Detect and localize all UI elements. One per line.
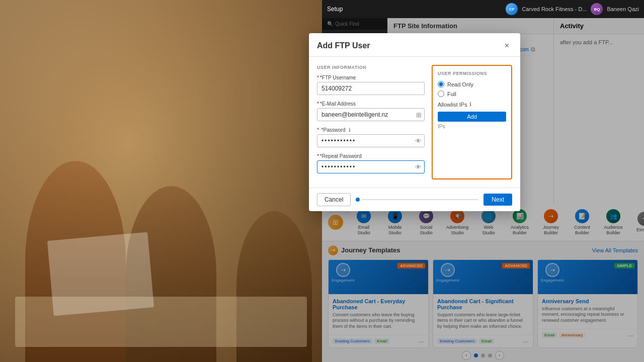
add-ip-button[interactable]: Add: [438, 112, 506, 122]
setup-label: Setup: [327, 6, 343, 13]
user-info-label: USER INFORMATION: [317, 65, 425, 70]
repeat-password-input-wrapper: 👁: [317, 160, 425, 173]
cancel-button[interactable]: Cancel: [317, 193, 351, 206]
top-nav-brand: Carved Rock Fitness - D...: [522, 6, 587, 12]
top-nav-avatar: CF: [506, 3, 518, 15]
permissions-label: USER PERMISSIONS: [438, 71, 506, 76]
password-info-icon: ℹ: [349, 127, 351, 133]
modal-body: USER INFORMATION *FTP Username *E-Mail A…: [309, 57, 520, 188]
background-photo: [0, 0, 322, 362]
read-only-radio[interactable]: [438, 81, 444, 87]
ips-label: IPs: [438, 124, 506, 129]
ftp-username-input[interactable]: [317, 82, 425, 95]
right-panel: Setup CF Carved Rock Fitness - D... BQ B…: [322, 0, 644, 362]
progress-dot-1: [356, 198, 360, 202]
password-input[interactable]: [317, 134, 425, 147]
top-nav-user-avatar: BQ: [591, 3, 603, 15]
next-button[interactable]: Next: [484, 194, 512, 206]
password-input-wrapper: 👁: [317, 134, 425, 147]
repeat-password-toggle-icon[interactable]: 👁: [415, 163, 422, 171]
full-radio-group: Full: [438, 90, 506, 97]
modal-title: Add FTP User: [317, 41, 370, 50]
email-group: *E-Mail Address ⊞: [317, 101, 425, 121]
modal-close-button[interactable]: ×: [502, 40, 512, 51]
modal-overlay: Add FTP User × USER INFORMATION *FTP Use…: [322, 18, 644, 362]
read-only-radio-group: Read Only: [438, 81, 506, 87]
allowlist-info-icon: ℹ: [469, 101, 471, 108]
modal-footer: Cancel Next: [309, 188, 520, 211]
setup-top-nav: Setup CF Carved Rock Fitness - D... BQ B…: [322, 0, 644, 18]
ftp-username-group: *FTP Username: [317, 75, 425, 95]
allowlist-ips-label: Allowlist IPs: [438, 102, 467, 108]
user-info-section: USER INFORMATION *FTP Username *E-Mail A…: [317, 65, 425, 179]
email-label: *E-Mail Address: [317, 101, 425, 107]
add-ftp-user-modal: Add FTP User × USER INFORMATION *FTP Use…: [309, 33, 520, 211]
repeat-password-label: *Repeat Password: [317, 153, 425, 159]
email-icon: ⊞: [416, 111, 422, 119]
password-toggle-icon[interactable]: 👁: [415, 137, 422, 145]
full-label: Full: [447, 91, 456, 97]
progress-line: [362, 199, 478, 200]
user-permissions-section: USER PERMISSIONS Read Only Full Allowlis…: [432, 65, 512, 179]
modal-header: Add FTP User ×: [309, 33, 520, 57]
email-input-wrapper: ⊞: [317, 108, 425, 121]
repeat-password-input[interactable]: [317, 160, 425, 173]
allowlist-row: Allowlist IPs ℹ: [438, 101, 506, 108]
password-group: *Password ℹ 👁: [317, 127, 425, 147]
repeat-password-group: *Repeat Password 👁: [317, 153, 425, 173]
full-radio[interactable]: [438, 90, 444, 97]
email-input[interactable]: [317, 108, 425, 121]
password-label: *Password ℹ: [317, 127, 425, 133]
read-only-label: Read Only: [447, 81, 473, 87]
progress-indicator: [356, 198, 478, 202]
ftp-username-label: *FTP Username: [317, 75, 425, 80]
top-nav-user: Baneen Qazi: [607, 6, 639, 12]
